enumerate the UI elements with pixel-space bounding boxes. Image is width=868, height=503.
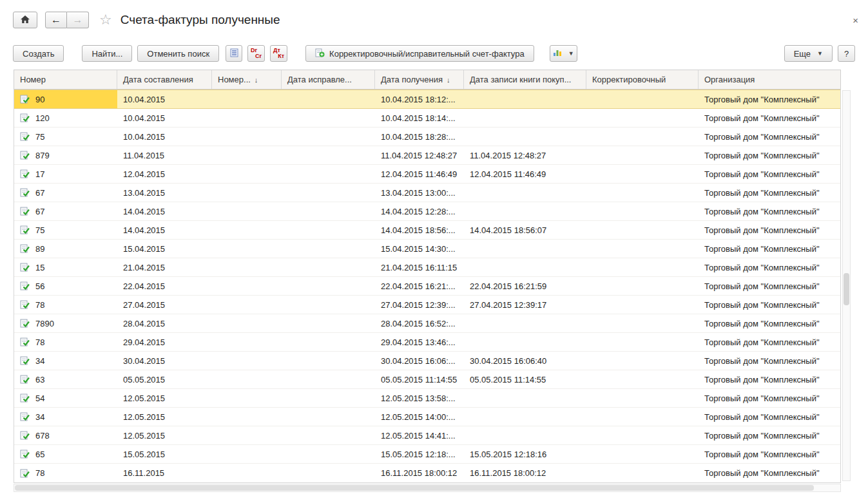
cell-organization[interactable]: Торговый дом "Комплексный" bbox=[699, 146, 840, 164]
cell-number2[interactable] bbox=[212, 296, 282, 314]
cell-number2[interactable] bbox=[212, 352, 282, 370]
cell-date-composed[interactable]: 12.05.2015 bbox=[117, 426, 212, 444]
cell-date-fixed[interactable] bbox=[282, 258, 375, 276]
cell-organization[interactable]: Торговый дом "Комплексный" bbox=[699, 184, 840, 202]
cell-date-fixed[interactable] bbox=[282, 314, 375, 332]
correction-invoice-button[interactable]: Корректировочный/исправительный счет-фак… bbox=[305, 45, 534, 62]
cell-purchase-book-date[interactable]: 05.05.2015 11:14:55 bbox=[464, 370, 586, 388]
cell-organization[interactable]: Торговый дом "Комплексный" bbox=[699, 128, 840, 146]
table-row[interactable]: 67 13.04.2015 13.04.2015 13:00:... Торго… bbox=[14, 184, 840, 202]
cell-organization[interactable]: Торговый дом "Комплексный" bbox=[699, 296, 840, 314]
cell-date-fixed[interactable] bbox=[282, 128, 375, 146]
table-row[interactable]: 56 22.04.2015 22.04.2015 16:21:... 22.04… bbox=[14, 277, 840, 296]
cell-purchase-book-date[interactable]: 22.04.2015 16:21:59 bbox=[464, 277, 586, 295]
table-row[interactable]: 7890 28.04.2015 28.04.2015 16:52:... Тор… bbox=[14, 314, 840, 333]
cell-number[interactable]: 17 bbox=[14, 165, 117, 183]
cell-correction[interactable] bbox=[586, 202, 699, 220]
cell-purchase-book-date[interactable]: 11.04.2015 12:48:27 bbox=[464, 146, 586, 164]
home-button[interactable] bbox=[13, 12, 37, 28]
cell-date-composed[interactable]: 05.05.2015 bbox=[117, 370, 212, 388]
cell-number[interactable]: 65 bbox=[14, 445, 117, 463]
cell-date-fixed[interactable] bbox=[282, 165, 375, 183]
table-row[interactable]: 120 10.04.2015 10.04.2015 18:14:... Торг… bbox=[14, 109, 840, 128]
cell-number2[interactable] bbox=[212, 389, 282, 407]
cell-number[interactable]: 89 bbox=[14, 240, 117, 258]
cell-correction[interactable] bbox=[586, 464, 699, 482]
table-row[interactable]: 75 10.04.2015 10.04.2015 18:28:... Торго… bbox=[14, 128, 840, 146]
table-row[interactable]: 678 12.05.2015 12.05.2015 14:41:... Торг… bbox=[14, 426, 840, 445]
cell-purchase-book-date[interactable] bbox=[464, 389, 586, 407]
cell-date-composed[interactable]: 14.04.2015 bbox=[117, 221, 212, 239]
cell-number[interactable]: 34 bbox=[14, 408, 117, 426]
table-row[interactable]: 17 12.04.2015 12.04.2015 11:46:49 12.04.… bbox=[14, 165, 840, 184]
cell-number2[interactable] bbox=[212, 165, 282, 183]
cell-date-composed[interactable]: 12.05.2015 bbox=[117, 389, 212, 407]
cell-date-composed[interactable]: 12.05.2015 bbox=[117, 408, 212, 426]
cell-number[interactable]: 78 bbox=[14, 296, 117, 314]
cell-purchase-book-date[interactable] bbox=[464, 128, 586, 146]
cell-number2[interactable] bbox=[212, 184, 282, 202]
cell-purchase-book-date[interactable]: 27.04.2015 12:39:17 bbox=[464, 296, 586, 314]
cell-number[interactable]: 678 bbox=[14, 426, 117, 444]
cell-date-received[interactable]: 29.04.2015 13:46:... bbox=[375, 333, 464, 351]
cell-correction[interactable] bbox=[586, 90, 699, 108]
cell-organization[interactable]: Торговый дом "Комплексный" bbox=[699, 258, 840, 276]
cell-date-received[interactable]: 27.04.2015 12:39:... bbox=[375, 296, 464, 314]
cell-number[interactable]: 54 bbox=[14, 389, 117, 407]
cell-number2[interactable] bbox=[212, 314, 282, 332]
cell-date-received[interactable]: 05.05.2015 11:14:55 bbox=[375, 370, 464, 388]
cell-number[interactable]: 67 bbox=[14, 184, 117, 202]
dr-cr-button[interactable]: DrCr bbox=[247, 45, 265, 62]
more-button[interactable]: Еще ▼ bbox=[784, 45, 833, 62]
column-header-number2[interactable]: Номер...↓ bbox=[212, 70, 282, 89]
table-row[interactable]: 65 15.05.2015 15.05.2015 12:18:... 15.05… bbox=[14, 445, 840, 464]
table-row[interactable]: 78 16.11.2015 16.11.2015 18:00:12 16.11.… bbox=[14, 464, 840, 482]
cell-number2[interactable] bbox=[212, 258, 282, 276]
cell-purchase-book-date[interactable] bbox=[464, 240, 586, 258]
cell-purchase-book-date[interactable] bbox=[464, 109, 586, 127]
cell-correction[interactable] bbox=[586, 258, 699, 276]
cell-organization[interactable]: Торговый дом "Комплексный" bbox=[699, 445, 840, 463]
table-row[interactable]: 67 14.04.2015 14.04.2015 12:28:... Торго… bbox=[14, 202, 840, 221]
cell-number[interactable]: 63 bbox=[14, 370, 117, 388]
cell-organization[interactable]: Торговый дом "Комплексный" bbox=[699, 109, 840, 127]
cell-number2[interactable] bbox=[212, 370, 282, 388]
cell-organization[interactable]: Торговый дом "Комплексный" bbox=[699, 90, 840, 108]
cell-number2[interactable] bbox=[212, 90, 282, 108]
table-row[interactable]: 879 11.04.2015 11.04.2015 12:48:27 11.04… bbox=[14, 146, 840, 165]
cell-correction[interactable] bbox=[586, 445, 699, 463]
cell-correction[interactable] bbox=[586, 370, 699, 388]
cell-organization[interactable]: Торговый дом "Комплексный" bbox=[699, 314, 840, 332]
cell-date-fixed[interactable] bbox=[282, 109, 375, 127]
column-header-number[interactable]: Номер bbox=[14, 70, 117, 89]
close-icon[interactable]: × bbox=[853, 15, 858, 26]
cell-date-composed[interactable]: 13.04.2015 bbox=[117, 184, 212, 202]
cell-date-received[interactable]: 15.05.2015 12:18:... bbox=[375, 445, 464, 463]
cell-purchase-book-date[interactable]: 15.05.2015 12:18:16 bbox=[464, 445, 586, 463]
cell-correction[interactable] bbox=[586, 352, 699, 370]
cell-number[interactable]: 120 bbox=[14, 109, 117, 127]
cell-correction[interactable] bbox=[586, 426, 699, 444]
column-header-purchase-book[interactable]: Дата записи книги покуп... bbox=[464, 70, 586, 89]
cell-date-composed[interactable]: 10.04.2015 bbox=[117, 109, 212, 127]
cell-date-composed[interactable]: 11.04.2015 bbox=[117, 146, 212, 164]
cell-number2[interactable] bbox=[212, 445, 282, 463]
cell-date-fixed[interactable] bbox=[282, 221, 375, 239]
cell-number2[interactable] bbox=[212, 426, 282, 444]
vertical-scrollbar-thumb[interactable] bbox=[844, 273, 849, 305]
cell-number[interactable]: 75 bbox=[14, 221, 117, 239]
register-list-button[interactable] bbox=[226, 45, 242, 62]
cell-organization[interactable]: Торговый дом "Комплексный" bbox=[699, 221, 840, 239]
cell-organization[interactable]: Торговый дом "Комплексный" bbox=[699, 408, 840, 426]
cell-purchase-book-date[interactable] bbox=[464, 202, 586, 220]
cell-purchase-book-date[interactable] bbox=[464, 258, 586, 276]
cell-number[interactable]: 78 bbox=[14, 464, 117, 482]
cell-correction[interactable] bbox=[586, 408, 699, 426]
cell-number2[interactable] bbox=[212, 146, 282, 164]
cell-number2[interactable] bbox=[212, 128, 282, 146]
cell-organization[interactable]: Торговый дом "Комплексный" bbox=[699, 165, 840, 183]
cell-purchase-book-date[interactable] bbox=[464, 426, 586, 444]
table-row[interactable]: 34 30.04.2015 30.04.2015 16:06:... 30.04… bbox=[14, 352, 840, 370]
cell-date-received[interactable]: 12.04.2015 11:46:49 bbox=[375, 165, 464, 183]
cell-date-fixed[interactable] bbox=[282, 184, 375, 202]
